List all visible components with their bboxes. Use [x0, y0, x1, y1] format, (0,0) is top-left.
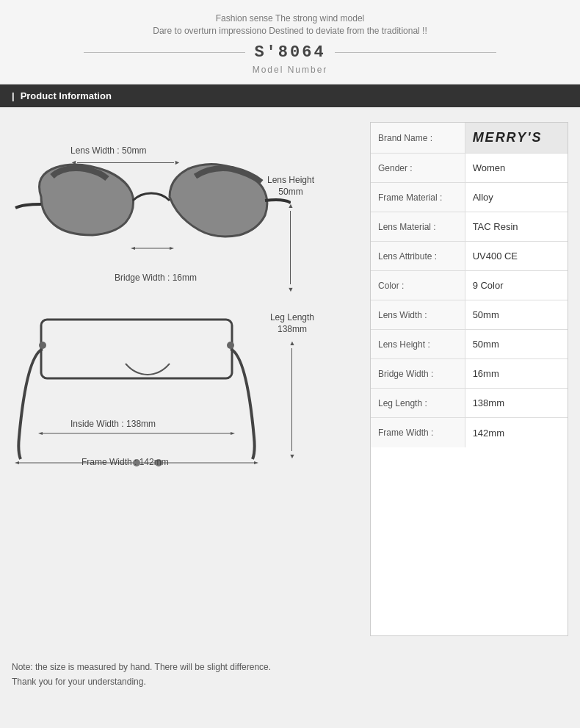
svg-point-11 [227, 342, 234, 349]
front-glasses-diagram: Lens Width : 50mm ◄ ► Lens Height50mm ▲ … [12, 145, 358, 283]
tagline2: Dare to overturn impressiono Destined to… [7, 26, 573, 36]
lens-material-label: Lens Material : [371, 212, 465, 241]
frame-width-value: 142mm [465, 418, 568, 447]
svg-marker-5 [38, 432, 43, 435]
main-content: Lens Width : 50mm ◄ ► Lens Height50mm ▲ … [0, 107, 580, 651]
arrow-right-tip: ► [174, 159, 181, 166]
leg-length-row: Leg Length : 138mm [371, 389, 568, 418]
arrow-up-tip: ▲ [288, 202, 294, 209]
lens-material-value: TAC Resin [465, 212, 568, 241]
header-section: Fashion sense The strong wind model Dare… [0, 0, 580, 84]
leg-length-value: 138mm [465, 389, 568, 417]
model-label: Model Number [7, 65, 573, 75]
frame-material-label: Frame Material : [371, 183, 465, 212]
lens-height-label: Lens Height : [371, 330, 465, 358]
lens-attribute-label: Lens Attribute : [371, 242, 465, 270]
product-info-label: Product Information [21, 90, 112, 101]
color-row: Color : 9 Color [371, 271, 568, 300]
model-number-container: S'8064 [7, 43, 573, 62]
glasses-back-svg [12, 305, 291, 474]
svg-marker-9 [254, 461, 258, 464]
leg-length-line [291, 348, 292, 451]
svg-point-10 [39, 342, 46, 349]
frame-width-row: Frame Width : 142mm [371, 418, 568, 447]
lens-height-dim-label: Lens Height50mm [267, 175, 314, 198]
specs-table: Brand Name : MERRY'S Gender : Women Fram… [370, 122, 568, 636]
leg-length-dim-label: Leg Length138mm [270, 312, 314, 335]
tagline1: Fashion sense The strong wind model [7, 13, 573, 24]
lens-width-dim-label: Lens Width : 50mm [70, 145, 146, 156]
model-line-left [84, 52, 245, 53]
note-line2: Thank you for your understanding. [12, 674, 568, 689]
lens-width-line [77, 162, 174, 163]
svg-rect-3 [41, 320, 232, 378]
back-glasses-diagram: Leg Length138mm ▲ ▼ [12, 305, 358, 467]
lens-height-row: Lens Height : 50mm [371, 330, 568, 359]
lens-height-line [290, 211, 291, 284]
note-line1: Note: the size is measured by hand. Ther… [12, 660, 568, 674]
model-number: S'8064 [254, 43, 325, 62]
arrow-left-tip: ◄ [70, 159, 77, 166]
lens-width-row: Lens Width : 50mm [371, 300, 568, 330]
lens-width-arrow: ◄ ► [70, 159, 181, 166]
frame-material-value: Alloy [465, 183, 568, 212]
leg-arrow-up-tip: ▲ [289, 339, 296, 347]
frame-material-row: Frame Material : Alloy [371, 183, 568, 212]
gender-row: Gender : Women [371, 154, 568, 183]
model-line-right [335, 52, 496, 53]
lens-attribute-value: UV400 CE [465, 242, 568, 270]
color-value: 9 Color [465, 271, 568, 300]
bridge-width-row: Bridge Width : 16mm [371, 359, 568, 389]
gender-value: Women [465, 154, 568, 182]
svg-marker-1 [131, 247, 135, 250]
leg-length-arrow-container: Leg Length138mm ▲ ▼ [270, 312, 314, 460]
leg-length-label: Leg Length : [371, 389, 465, 417]
lens-height-arrow-container: Lens Height50mm ▲ ▼ [267, 175, 314, 293]
gender-label: Gender : [371, 154, 465, 182]
bridge-width-value: 16mm [465, 359, 568, 388]
color-label: Color : [371, 271, 465, 300]
diagram-section: Lens Width : 50mm ◄ ► Lens Height50mm ▲ … [12, 122, 358, 636]
arrow-down-tip: ▼ [288, 286, 294, 293]
brand-value: MERRY'S [465, 123, 568, 153]
lens-width-label: Lens Width : [371, 300, 465, 329]
brand-row: Brand Name : MERRY'S [371, 123, 568, 154]
leg-arrow-down-tip: ▼ [289, 453, 296, 460]
bridge-width-label: Bridge Width : [371, 359, 465, 388]
svg-marker-6 [231, 432, 235, 435]
brand-label: Brand Name : [371, 123, 465, 153]
svg-marker-8 [15, 461, 19, 464]
frame-width-label: Frame Width : [371, 418, 465, 447]
lens-height-value: 50mm [465, 330, 568, 358]
brand-name: MERRY'S [473, 130, 543, 145]
lens-attribute-row: Lens Attribute : UV400 CE [371, 242, 568, 271]
lens-material-row: Lens Material : TAC Resin [371, 212, 568, 242]
product-info-bar: Product Information [0, 84, 580, 107]
lens-width-value: 50mm [465, 300, 568, 329]
note-section: Note: the size is measured by hand. Ther… [0, 651, 580, 704]
svg-marker-2 [170, 247, 174, 250]
